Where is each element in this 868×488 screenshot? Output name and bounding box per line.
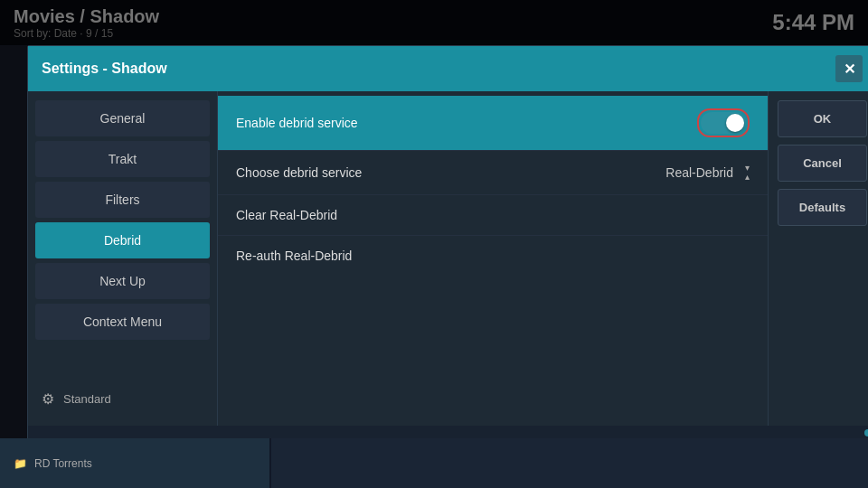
debrid-service-value: Real-Debrid — [665, 165, 733, 180]
setting-row-reauth-debrid[interactable]: Re-auth Real-Debrid — [218, 236, 768, 276]
clear-debrid-label: Clear Real-Debrid — [236, 208, 750, 222]
toggle-container — [697, 108, 750, 137]
choose-debrid-label: Choose debrid service — [236, 165, 665, 180]
enable-debrid-control — [697, 108, 750, 137]
dropdown-arrows[interactable]: ▾ ▴ — [745, 164, 750, 182]
standard-label: Standard — [63, 392, 111, 406]
enable-debrid-toggle[interactable] — [701, 112, 746, 134]
sidebar-item-general[interactable]: General — [35, 100, 210, 136]
toggle-thumb — [726, 114, 744, 132]
sidebar-item-trakt[interactable]: Trakt — [35, 141, 210, 177]
setting-row-enable-debrid[interactable]: Enable debrid service — [218, 96, 768, 151]
dialog-body: General Trakt Filters Debrid Next Up Con… — [28, 91, 868, 426]
dialog-titlebar: Settings - Shadow ✕ — [28, 46, 868, 91]
choose-debrid-control: Real-Debrid ▾ ▴ — [665, 164, 750, 182]
rd-torrents-label: RD Torrents — [34, 457, 92, 470]
sidebar-item-debrid[interactable]: Debrid — [35, 222, 210, 258]
folder-icon: 📁 — [14, 457, 27, 470]
modal-overlay: Settings - Shadow ✕ General Trakt Filter… — [0, 0, 868, 488]
setting-row-choose-debrid[interactable]: Choose debrid service Real-Debrid ▾ ▴ — [218, 151, 768, 195]
arrow-up-icon: ▴ — [745, 173, 750, 182]
sidebar-item-context-menu[interactable]: Context Menu — [35, 304, 210, 340]
bottom-right-area — [271, 438, 868, 488]
action-buttons-panel: OK Cancel Defaults — [768, 91, 868, 426]
dialog-footer — [28, 426, 868, 439]
sidebar-item-filters[interactable]: Filters — [35, 182, 210, 218]
ok-button[interactable]: OK — [778, 100, 867, 137]
dialog-title: Settings - Shadow — [42, 61, 167, 77]
kodi-icon: ✕ — [844, 61, 855, 78]
reauth-debrid-label: Re-auth Real-Debrid — [236, 249, 750, 263]
setting-row-clear-debrid[interactable]: Clear Real-Debrid — [218, 195, 768, 236]
gear-icon: ⚙ — [42, 390, 54, 408]
defaults-button[interactable]: Defaults — [778, 189, 867, 226]
settings-content: Enable debrid service Choose debrid serv… — [218, 91, 768, 426]
enable-debrid-label: Enable debrid service — [236, 116, 697, 130]
sidebar-item-next-up[interactable]: Next Up — [35, 263, 210, 299]
bottom-folder-label: 📁 RD Torrents — [0, 438, 271, 488]
cancel-button[interactable]: Cancel — [778, 145, 867, 182]
settings-sidebar: General Trakt Filters Debrid Next Up Con… — [28, 91, 218, 426]
settings-dialog: Settings - Shadow ✕ General Trakt Filter… — [27, 45, 868, 440]
bottom-thumbnail-strip: 📁 RD Torrents — [0, 438, 868, 488]
scroll-indicator — [864, 429, 868, 436]
dialog-close-button[interactable]: ✕ — [835, 55, 863, 82]
sidebar-bottom: ⚙ Standard — [28, 381, 217, 417]
